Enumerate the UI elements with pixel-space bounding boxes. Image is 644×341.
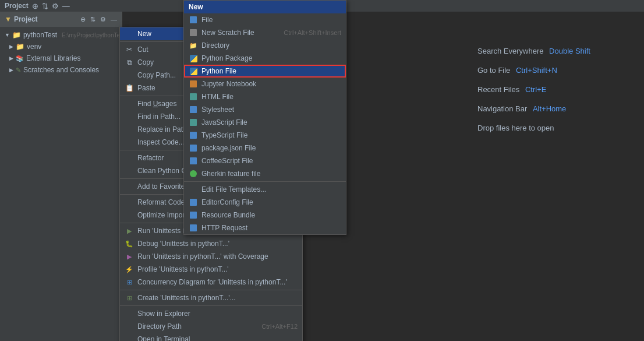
packagejson-icon xyxy=(189,143,198,153)
python-file-icon xyxy=(189,66,198,76)
find-usages-icon xyxy=(125,99,134,108)
python-file-label: Python File xyxy=(201,67,341,75)
submenu-item-stylesheet[interactable]: Stylesheet xyxy=(184,103,346,116)
js-label: JavaScript File xyxy=(201,118,341,126)
profile-icon: ⚡ xyxy=(125,265,134,274)
tree-label-scratches: Scratches and Consoles xyxy=(23,66,99,74)
tree-item-pythontest[interactable]: ▼ 📁 pythonTest E:\myProject\pythonTest xyxy=(0,29,122,41)
file-type-icon xyxy=(190,16,197,23)
edit-templates-label: Edit File Templates... xyxy=(201,185,341,194)
submenu-item-html[interactable]: HTML File xyxy=(184,90,346,103)
project-tree: ▼ 📁 pythonTest E:\myProject\pythonTest ▶… xyxy=(0,27,122,78)
hint-drop-files: Drop files here to open xyxy=(477,124,590,132)
reformat-icon xyxy=(125,198,134,207)
project-panel: ▼ Project ⊕ ⇅ ⚙ — ▼ 📁 pythonTest E:\myPr… xyxy=(0,12,122,341)
submenu-sep1 xyxy=(184,181,346,182)
ext-libs-icon: 📚 xyxy=(16,55,24,62)
submenu-item-js[interactable]: JavaScript File xyxy=(184,116,346,129)
toolbar-icon2[interactable]: ⊕ xyxy=(80,16,86,23)
http-type-icon xyxy=(190,224,197,231)
submenu-item-resource[interactable]: Resource Bundle xyxy=(184,209,346,222)
pyfile-type-icon xyxy=(190,68,197,75)
file-icon xyxy=(189,15,198,24)
stylesheet-label: Stylesheet xyxy=(201,106,341,114)
directory-label: Directory xyxy=(201,41,341,50)
submenu-new: New File New Scratch File Ctrl+Alt+Shift… xyxy=(183,0,346,235)
tree-arrow-venv: ▶ xyxy=(9,44,13,50)
submenu-item-coffeescript[interactable]: CoffeeScript File xyxy=(184,154,346,167)
submenu-item-gherkin[interactable]: Gherkin feature file xyxy=(184,167,346,180)
scratch-icon xyxy=(189,28,198,37)
create-unittest-label: Create 'Unittests in pythonT...'... xyxy=(137,294,298,302)
context-menu-item-coverage[interactable]: ▶ Run 'Unittests in pythonT...' with Cov… xyxy=(120,250,302,263)
hint-recent-key: Ctrl+E xyxy=(525,85,546,94)
toolbar-icon-settings[interactable]: ⚙ xyxy=(52,2,59,10)
context-menu-item-dir-path[interactable]: Directory Path Ctrl+Alt+F12 xyxy=(120,320,302,333)
submenu-item-jupyter[interactable]: Jupyter Notebook xyxy=(184,78,346,90)
debug-label: Debug 'Unittests in pythonT...' xyxy=(137,240,298,248)
tree-item-ext-libs[interactable]: ▶ 📚 External Libraries xyxy=(0,52,122,64)
resource-type-icon xyxy=(190,212,197,219)
js-icon xyxy=(189,118,198,127)
copy-path-icon xyxy=(125,71,134,80)
tree-arrow-ext-libs: ▶ xyxy=(9,55,13,61)
dir-path-shortcut: Ctrl+Alt+F12 xyxy=(261,323,298,330)
submenu-new-header: New xyxy=(184,1,346,13)
tree-item-scratches[interactable]: ▶ ✎ Scratches and Consoles xyxy=(0,64,122,76)
submenu-new-title: New xyxy=(189,3,203,11)
cut-icon: ✂ xyxy=(125,45,134,54)
toolbar-icon-minimize[interactable]: — xyxy=(62,2,70,10)
submenu-item-ts[interactable]: TypeScript File xyxy=(184,129,346,142)
context-menu-item-terminal[interactable]: Open in Terminal xyxy=(120,333,302,341)
submenu-item-http[interactable]: HTTP Request xyxy=(184,222,346,234)
submenu-item-python-package[interactable]: Python Package xyxy=(184,52,346,65)
toolbar-icon4[interactable]: ⚙ xyxy=(100,16,106,23)
js-type-icon xyxy=(190,119,197,126)
gherkin-label: Gherkin feature file xyxy=(201,170,341,178)
tree-item-venv[interactable]: ▶ 📁 venv xyxy=(0,41,122,52)
concurrency-icon: ⊞ xyxy=(125,277,134,287)
jupyter-type-icon xyxy=(190,80,197,87)
jupyter-label: Jupyter Notebook xyxy=(201,80,341,88)
hint-search-everywhere: Search Everywhere Double Shift xyxy=(477,47,590,55)
hint-recent-label: Recent Files xyxy=(477,85,519,94)
resource-icon xyxy=(189,210,198,220)
toolbar-icon3[interactable]: ⇅ xyxy=(90,16,95,23)
new-icon xyxy=(125,29,134,38)
editorconfig-label: EditorConfig File xyxy=(201,198,341,206)
folder-icon-venv: 📁 xyxy=(16,43,24,51)
toolbar-icon-add[interactable]: ⊕ xyxy=(32,2,38,10)
submenu-item-directory[interactable]: 📁 Directory xyxy=(184,39,346,52)
find-path-icon xyxy=(125,112,134,121)
hint-goto-key: Ctrl+Shift+N xyxy=(516,66,557,75)
tree-arrow-pythontest: ▼ xyxy=(5,32,10,38)
toolbar-icon5[interactable]: — xyxy=(111,16,117,23)
submenu-item-python-file[interactable]: Python File xyxy=(184,65,346,78)
scratches-icon: ✎ xyxy=(16,66,21,74)
show-explorer-icon xyxy=(125,309,134,318)
packagejson-label: package.json File xyxy=(201,144,341,152)
submenu-item-file[interactable]: File xyxy=(184,13,346,26)
clean-icon xyxy=(125,166,134,175)
project-panel-header: ▼ Project ⊕ ⇅ ⚙ — xyxy=(0,12,122,27)
dir-path-label: Directory Path xyxy=(137,322,254,331)
sep7 xyxy=(120,290,302,290)
hint-search-label: Search Everywhere xyxy=(477,47,543,55)
context-menu-item-create-unittest[interactable]: ⊞ Create 'Unittests in pythonT...'... xyxy=(120,291,302,304)
context-menu-item-concurrency[interactable]: ⊞ Concurrency Diagram for 'Unittests in … xyxy=(120,276,302,289)
python-package-icon xyxy=(189,54,198,63)
hint-recent-files: Recent Files Ctrl+E xyxy=(477,85,590,94)
submenu-item-edit-templates[interactable]: Edit File Templates... xyxy=(184,183,346,196)
context-menu-item-profile[interactable]: ⚡ Profile 'Unittests in pythonT...' xyxy=(120,263,302,276)
resource-label: Resource Bundle xyxy=(201,211,341,219)
toolbar-icon-sync[interactable]: ⇅ xyxy=(42,2,48,10)
submenu-item-scratch[interactable]: New Scratch File Ctrl+Alt+Shift+Insert xyxy=(184,26,346,39)
submenu-item-packagejson[interactable]: package.json File xyxy=(184,142,346,154)
stylesheet-icon xyxy=(189,105,198,114)
submenu-item-editorconfig[interactable]: EditorConfig File xyxy=(184,196,346,209)
refactor-icon xyxy=(125,153,134,163)
dir-type-icon: 📁 xyxy=(189,42,197,50)
context-menu-item-show-explorer[interactable]: Show in Explorer xyxy=(120,307,302,320)
coffeescript-icon xyxy=(189,156,198,166)
context-menu-item-debug[interactable]: 🐛 Debug 'Unittests in pythonT...' xyxy=(120,237,302,250)
